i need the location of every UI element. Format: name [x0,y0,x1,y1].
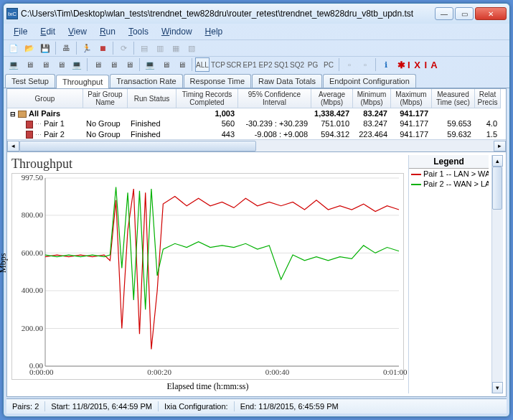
maximize-button[interactable]: ▭ [455,7,474,20]
col-avg[interactable]: Average (Mbps) [311,89,353,108]
filter-ep2[interactable]: EP2 [258,57,273,72]
menu-window[interactable]: Window [156,25,198,38]
col-min[interactable]: Minimum (Mbps) [353,89,391,108]
device-icon[interactable]: 🖥 [54,57,68,72]
cell: Finished [131,130,161,139]
cell: 1,338.427 [314,109,349,118]
filter-pc[interactable]: PC [321,57,336,72]
menu-help[interactable]: Help [199,25,229,38]
filter-sq2[interactable]: SQ2 [290,57,304,72]
brand-logo: I X I A [397,60,438,70]
col-group[interactable]: Group [7,89,83,108]
cell: 59.632 [447,130,471,139]
scroll-down-icon[interactable]: ▾ [492,382,503,393]
device-icon[interactable]: 💻 [143,57,157,72]
filter-scr[interactable]: SCR [227,57,241,72]
app-icon: IxC [6,8,18,19]
menu-view[interactable]: View [62,25,93,38]
info-icon[interactable]: ℹ [379,57,393,72]
tab-response-time[interactable]: Response Time [184,74,251,88]
cell: 443 [222,130,235,139]
table-row[interactable]: ⋯ Pair 1 No Group Finished 560 -30.239 :… [7,118,506,129]
cell: -30.239 : +30.239 [245,119,308,128]
print-icon[interactable]: 🖶 [59,41,73,55]
cell: 941.177 [400,130,428,139]
cell: 59.653 [447,119,471,128]
tool-icon[interactable]: ▦ [169,41,183,55]
scroll-left-icon[interactable]: ◂ [7,141,19,151]
save-icon[interactable]: 💾 [38,41,52,55]
device-icon[interactable]: 🖥 [90,57,105,72]
col-runstatus[interactable]: Run Status [128,89,177,108]
device-icon[interactable]: 💻 [70,57,84,72]
minimize-button[interactable]: — [435,7,453,20]
tab-endpoint-config[interactable]: Endpoint Configuration [323,74,416,88]
tool-icon[interactable]: ▫ [358,57,372,72]
filter-sq1[interactable]: SQ1 [274,57,288,72]
cell: Pair 1 [44,119,65,128]
run-icon[interactable]: 🏃 [80,41,94,55]
device-icon[interactable]: 🖥 [159,57,173,72]
legend-scrollbar[interactable]: ▴ ▾ [491,155,503,393]
filter-tcp[interactable]: TCP [211,57,225,72]
menu-edit[interactable]: Edit [34,25,61,38]
col-pairgroup[interactable]: Pair Group Name [83,89,128,108]
device-icon[interactable]: 🖥 [122,57,136,72]
statusbar: Pairs: 2 Start: 11/8/2015, 6:44:59 PM Ix… [6,398,507,414]
col-timing[interactable]: Timing Records Completed [177,89,238,108]
chart-canvas[interactable]: Mbps 997.50800.00600.00400.00200.000.000… [11,173,404,380]
table-row[interactable]: ⋯ Pair 2 No Group Finished 443 -9.008 : … [7,129,506,140]
device-icon[interactable]: 🖥 [106,57,121,72]
cell: 941.177 [400,119,428,128]
filter-all[interactable]: ALL [195,57,210,72]
filter-ep1[interactable]: EP1 [243,57,257,72]
device-icon[interactable]: 💻 [6,57,21,72]
device-icon[interactable]: 🖥 [174,57,189,72]
device-icon[interactable]: 🖥 [38,57,52,72]
x-axis-label: Elapsed time (h:mm:ss) [11,380,404,396]
open-icon[interactable]: 📂 [22,41,37,55]
y-axis-label: Mbps [0,253,9,273]
cell: 594.312 [321,130,349,139]
chart-title: Throughput [11,157,404,172]
menu-file[interactable]: File [8,25,33,38]
tool-icon[interactable]: ▧ [184,41,199,55]
tab-throughput[interactable]: Throughput [56,75,109,88]
new-icon[interactable]: 📄 [6,41,21,55]
tool-icon[interactable]: ▤ [137,41,151,55]
cell: Finished [131,119,161,128]
col-prec[interactable]: Relat Precis [475,89,501,108]
cell: 941.177 [400,109,428,118]
scroll-right-icon[interactable]: ▸ [494,141,506,151]
menu-run[interactable]: Run [94,25,121,38]
legend-item[interactable]: Pair 2 -- WAN > LA [409,179,489,189]
filter-pg[interactable]: PG [306,57,320,72]
stop-icon[interactable]: ⏹ [95,41,110,55]
cell: 223.464 [359,130,387,139]
scroll-up-icon[interactable]: ▴ [492,155,503,167]
grid-scrollbar-horizontal[interactable]: ◂ ▸ [7,139,506,151]
tab-transaction-rate[interactable]: Transaction Rate [110,74,182,88]
device-icon[interactable]: 🖥 [22,57,37,72]
cell: -9.008 : +9.008 [255,130,308,139]
tab-raw-data-totals[interactable]: Raw Data Totals [252,74,322,88]
table-row[interactable]: ⊟ All Pairs 1,003 1,338.427 83.247 941.1… [7,108,506,118]
close-button[interactable]: ✕ [475,7,507,20]
window-title: C:\Users\Tim\Desktop\wlan_tests\trendnet… [21,9,435,19]
col-confidence[interactable]: 95% Confidence Interval [238,89,311,108]
col-time[interactable]: Measured Time (sec) [432,89,475,108]
legend-panel: Legend Pair 1 -- LAN > WA Pair 2 -- WAN … [408,155,489,393]
tool-icon[interactable]: ▥ [153,41,167,55]
tool-icon[interactable]: ▫ [342,57,357,72]
tool-icon[interactable]: ⟳ [116,41,131,55]
legend-item[interactable]: Pair 1 -- LAN > WA [409,169,489,179]
cell: 4.0 [486,119,497,128]
col-max[interactable]: Maximum (Mbps) [391,89,432,108]
scroll-thumb[interactable] [19,141,256,151]
app-window: IxC C:\Users\Tim\Desktop\wlan_tests\tren… [3,3,510,417]
tab-test-setup[interactable]: Test Setup [5,74,55,88]
scroll-thumb[interactable] [492,167,502,210]
cell: 751.010 [321,119,349,128]
menu-tools[interactable]: Tools [123,25,154,38]
titlebar[interactable]: IxC C:\Users\Tim\Desktop\wlan_tests\tren… [4,4,509,24]
